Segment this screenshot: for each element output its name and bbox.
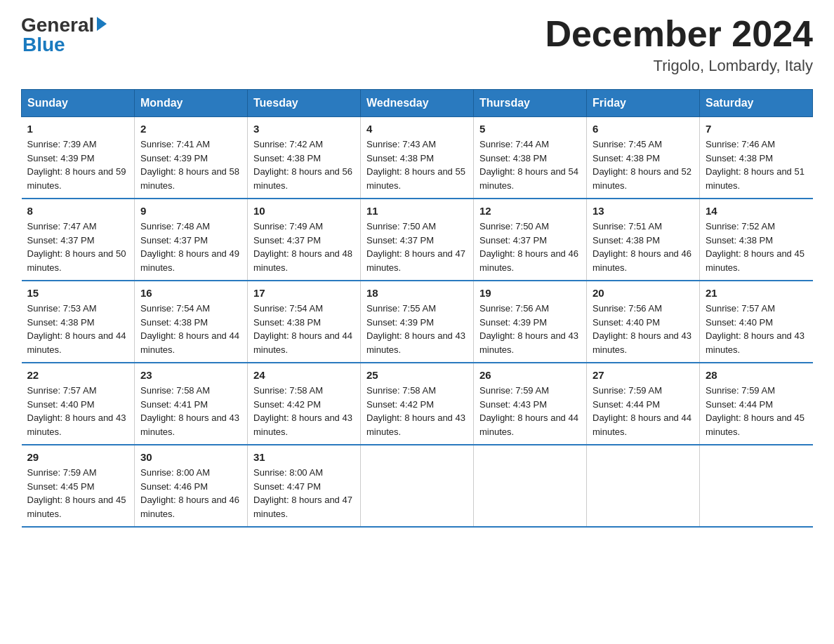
week-row-5: 29 Sunrise: 7:59 AMSunset: 4:45 PMDaylig… bbox=[22, 445, 813, 527]
day-number: 29 bbox=[27, 451, 129, 463]
day-cell: 20 Sunrise: 7:56 AMSunset: 4:40 PMDaylig… bbox=[587, 281, 700, 363]
day-cell bbox=[361, 445, 474, 527]
day-number: 1 bbox=[27, 123, 129, 135]
calendar-table: SundayMondayTuesdayWednesdayThursdayFrid… bbox=[21, 89, 813, 528]
day-info: Sunrise: 7:52 AMSunset: 4:38 PMDaylight:… bbox=[706, 220, 807, 274]
day-info: Sunrise: 8:00 AMSunset: 4:47 PMDaylight:… bbox=[253, 466, 355, 521]
day-info: Sunrise: 7:53 AMSunset: 4:38 PMDaylight:… bbox=[27, 302, 129, 356]
week-row-4: 22 Sunrise: 7:57 AMSunset: 4:40 PMDaylig… bbox=[22, 363, 813, 445]
day-info: Sunrise: 7:47 AMSunset: 4:37 PMDaylight:… bbox=[27, 220, 129, 274]
week-row-1: 1 Sunrise: 7:39 AMSunset: 4:39 PMDayligh… bbox=[22, 117, 813, 199]
week-row-2: 8 Sunrise: 7:47 AMSunset: 4:37 PMDayligh… bbox=[22, 199, 813, 281]
day-cell: 9 Sunrise: 7:48 AMSunset: 4:37 PMDayligh… bbox=[135, 199, 248, 281]
day-info: Sunrise: 7:58 AMSunset: 4:42 PMDaylight:… bbox=[253, 384, 355, 438]
day-info: Sunrise: 7:57 AMSunset: 4:40 PMDaylight:… bbox=[27, 384, 129, 438]
day-number: 21 bbox=[706, 287, 807, 299]
day-cell: 5 Sunrise: 7:44 AMSunset: 4:38 PMDayligh… bbox=[474, 117, 587, 199]
day-cell: 8 Sunrise: 7:47 AMSunset: 4:37 PMDayligh… bbox=[22, 199, 135, 281]
day-info: Sunrise: 7:58 AMSunset: 4:41 PMDaylight:… bbox=[140, 384, 241, 438]
day-cell: 19 Sunrise: 7:56 AMSunset: 4:39 PMDaylig… bbox=[474, 281, 587, 363]
day-cell: 24 Sunrise: 7:58 AMSunset: 4:42 PMDaylig… bbox=[248, 363, 361, 445]
day-number: 6 bbox=[593, 123, 694, 135]
day-cell: 31 Sunrise: 8:00 AMSunset: 4:47 PMDaylig… bbox=[248, 445, 361, 527]
day-number: 3 bbox=[253, 123, 355, 135]
day-info: Sunrise: 7:49 AMSunset: 4:37 PMDaylight:… bbox=[253, 220, 355, 274]
day-number: 5 bbox=[479, 123, 581, 135]
day-cell bbox=[700, 445, 813, 527]
day-number: 25 bbox=[366, 369, 468, 381]
day-cell bbox=[474, 445, 587, 527]
day-cell: 3 Sunrise: 7:42 AMSunset: 4:38 PMDayligh… bbox=[248, 117, 361, 199]
day-cell: 14 Sunrise: 7:52 AMSunset: 4:38 PMDaylig… bbox=[700, 199, 813, 281]
day-number: 7 bbox=[706, 123, 807, 135]
day-number: 18 bbox=[366, 287, 468, 299]
day-number: 27 bbox=[593, 369, 694, 381]
day-cell: 7 Sunrise: 7:46 AMSunset: 4:38 PMDayligh… bbox=[700, 117, 813, 199]
day-info: Sunrise: 7:39 AMSunset: 4:39 PMDaylight:… bbox=[27, 137, 129, 192]
header-cell-wednesday: Wednesday bbox=[361, 90, 474, 117]
day-number: 26 bbox=[479, 369, 581, 381]
day-cell: 17 Sunrise: 7:54 AMSunset: 4:38 PMDaylig… bbox=[248, 281, 361, 363]
header-cell-saturday: Saturday bbox=[700, 90, 813, 117]
day-cell: 22 Sunrise: 7:57 AMSunset: 4:40 PMDaylig… bbox=[22, 363, 135, 445]
day-info: Sunrise: 7:50 AMSunset: 4:37 PMDaylight:… bbox=[479, 220, 581, 274]
day-number: 30 bbox=[140, 451, 241, 463]
day-cell: 30 Sunrise: 8:00 AMSunset: 4:46 PMDaylig… bbox=[135, 445, 248, 527]
header-cell-tuesday: Tuesday bbox=[248, 90, 361, 117]
day-info: Sunrise: 7:51 AMSunset: 4:38 PMDaylight:… bbox=[593, 220, 694, 274]
day-info: Sunrise: 7:48 AMSunset: 4:37 PMDaylight:… bbox=[140, 220, 241, 274]
page-header: General Blue December 2024 Trigolo, Lomb… bbox=[21, 14, 813, 75]
day-info: Sunrise: 7:56 AMSunset: 4:39 PMDaylight:… bbox=[479, 302, 581, 356]
day-number: 10 bbox=[253, 205, 355, 217]
day-info: Sunrise: 8:00 AMSunset: 4:46 PMDaylight:… bbox=[140, 466, 241, 521]
day-info: Sunrise: 7:59 AMSunset: 4:43 PMDaylight:… bbox=[479, 384, 581, 438]
day-info: Sunrise: 7:42 AMSunset: 4:38 PMDaylight:… bbox=[253, 137, 355, 192]
calendar-body: 1 Sunrise: 7:39 AMSunset: 4:39 PMDayligh… bbox=[22, 117, 813, 528]
day-info: Sunrise: 7:54 AMSunset: 4:38 PMDaylight:… bbox=[253, 302, 355, 356]
day-cell: 21 Sunrise: 7:57 AMSunset: 4:40 PMDaylig… bbox=[700, 281, 813, 363]
logo: General Blue bbox=[21, 14, 107, 56]
day-cell: 4 Sunrise: 7:43 AMSunset: 4:38 PMDayligh… bbox=[361, 117, 474, 199]
day-info: Sunrise: 7:55 AMSunset: 4:39 PMDaylight:… bbox=[366, 302, 468, 356]
week-row-3: 15 Sunrise: 7:53 AMSunset: 4:38 PMDaylig… bbox=[22, 281, 813, 363]
day-cell: 27 Sunrise: 7:59 AMSunset: 4:44 PMDaylig… bbox=[587, 363, 700, 445]
day-info: Sunrise: 7:59 AMSunset: 4:45 PMDaylight:… bbox=[27, 466, 129, 521]
day-cell: 1 Sunrise: 7:39 AMSunset: 4:39 PMDayligh… bbox=[22, 117, 135, 199]
day-cell: 10 Sunrise: 7:49 AMSunset: 4:37 PMDaylig… bbox=[248, 199, 361, 281]
day-cell: 25 Sunrise: 7:58 AMSunset: 4:42 PMDaylig… bbox=[361, 363, 474, 445]
day-cell: 18 Sunrise: 7:55 AMSunset: 4:39 PMDaylig… bbox=[361, 281, 474, 363]
day-number: 2 bbox=[140, 123, 241, 135]
day-cell: 2 Sunrise: 7:41 AMSunset: 4:39 PMDayligh… bbox=[135, 117, 248, 199]
day-info: Sunrise: 7:44 AMSunset: 4:38 PMDaylight:… bbox=[479, 137, 581, 192]
day-cell bbox=[587, 445, 700, 527]
day-info: Sunrise: 7:43 AMSunset: 4:38 PMDaylight:… bbox=[366, 137, 468, 192]
day-info: Sunrise: 7:45 AMSunset: 4:38 PMDaylight:… bbox=[593, 137, 694, 192]
day-cell: 11 Sunrise: 7:50 AMSunset: 4:37 PMDaylig… bbox=[361, 199, 474, 281]
month-title: December 2024 bbox=[545, 14, 813, 54]
header-cell-monday: Monday bbox=[135, 90, 248, 117]
day-cell: 26 Sunrise: 7:59 AMSunset: 4:43 PMDaylig… bbox=[474, 363, 587, 445]
day-number: 16 bbox=[140, 287, 241, 299]
day-cell: 16 Sunrise: 7:54 AMSunset: 4:38 PMDaylig… bbox=[135, 281, 248, 363]
day-cell: 12 Sunrise: 7:50 AMSunset: 4:37 PMDaylig… bbox=[474, 199, 587, 281]
header-cell-thursday: Thursday bbox=[474, 90, 587, 117]
day-info: Sunrise: 7:56 AMSunset: 4:40 PMDaylight:… bbox=[593, 302, 694, 356]
day-number: 9 bbox=[140, 205, 241, 217]
day-cell: 15 Sunrise: 7:53 AMSunset: 4:38 PMDaylig… bbox=[22, 281, 135, 363]
day-info: Sunrise: 7:54 AMSunset: 4:38 PMDaylight:… bbox=[140, 302, 241, 356]
day-info: Sunrise: 7:41 AMSunset: 4:39 PMDaylight:… bbox=[140, 137, 241, 192]
header-cell-sunday: Sunday bbox=[22, 90, 135, 117]
day-info: Sunrise: 7:50 AMSunset: 4:37 PMDaylight:… bbox=[366, 220, 468, 274]
calendar-header: SundayMondayTuesdayWednesdayThursdayFrid… bbox=[22, 90, 813, 117]
day-number: 24 bbox=[253, 369, 355, 381]
day-number: 31 bbox=[253, 451, 355, 463]
day-number: 15 bbox=[27, 287, 129, 299]
day-info: Sunrise: 7:59 AMSunset: 4:44 PMDaylight:… bbox=[706, 384, 807, 438]
day-info: Sunrise: 7:59 AMSunset: 4:44 PMDaylight:… bbox=[593, 384, 694, 438]
day-number: 11 bbox=[366, 205, 468, 217]
day-info: Sunrise: 7:46 AMSunset: 4:38 PMDaylight:… bbox=[706, 137, 807, 192]
location-text: Trigolo, Lombardy, Italy bbox=[545, 57, 813, 75]
logo-arrow-icon bbox=[97, 17, 107, 31]
day-number: 23 bbox=[140, 369, 241, 381]
day-cell: 29 Sunrise: 7:59 AMSunset: 4:45 PMDaylig… bbox=[22, 445, 135, 527]
